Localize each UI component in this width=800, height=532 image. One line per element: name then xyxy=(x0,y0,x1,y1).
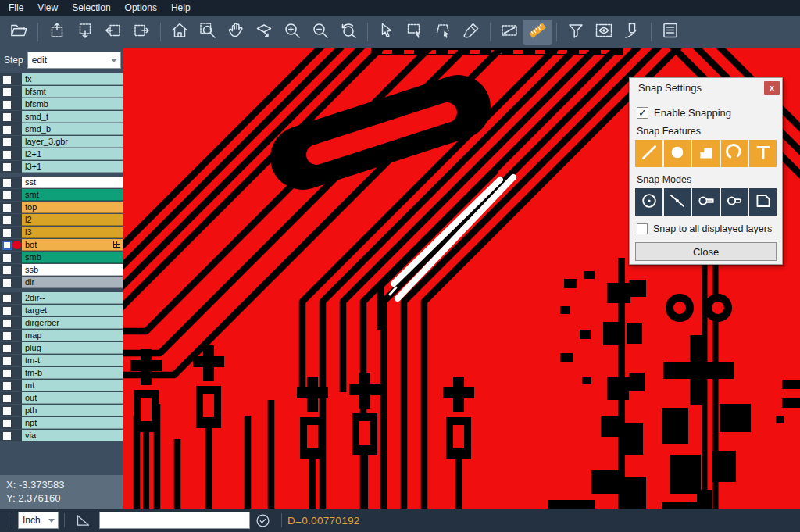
layer-visibility-checkbox[interactable] xyxy=(2,112,12,122)
layer-visibility-checkbox[interactable] xyxy=(2,406,12,416)
pan-down-button[interactable] xyxy=(71,20,99,45)
pan-left-button[interactable] xyxy=(99,20,127,45)
layer-name-bar[interactable]: layer_3.gbr xyxy=(22,136,123,148)
snap-feature-text-button[interactable] xyxy=(749,140,777,167)
layer-name-bar[interactable]: smt xyxy=(22,189,123,201)
layer-visibility-checkbox[interactable] xyxy=(2,419,12,428)
open-file-button[interactable] xyxy=(5,20,33,45)
apply-check-icon[interactable] xyxy=(255,512,271,529)
menu-view[interactable]: View xyxy=(30,1,65,15)
pan-right-button[interactable] xyxy=(127,20,155,45)
close-button[interactable]: Close xyxy=(635,242,777,261)
measure-ruler-button[interactable] xyxy=(523,20,552,45)
layer-name-bar[interactable]: sst xyxy=(22,177,123,188)
layer-name-bar[interactable]: bot xyxy=(22,239,123,251)
snap-feature-arc-button[interactable] xyxy=(721,140,748,167)
layer-visibility-checkbox[interactable] xyxy=(2,125,12,134)
menu-help[interactable]: Help xyxy=(164,1,198,15)
layer-visibility-checkbox[interactable] xyxy=(2,331,12,341)
angle-measure-icon[interactable] xyxy=(75,512,91,529)
layer-name-bar[interactable]: pth xyxy=(22,405,123,416)
menu-file[interactable]: File xyxy=(2,1,30,15)
menu-options[interactable]: Options xyxy=(118,1,164,15)
highlight-brush-button[interactable] xyxy=(457,20,485,45)
layer-name-bar[interactable]: tm-b xyxy=(22,367,123,379)
layer-name-bar[interactable]: tm-t xyxy=(22,355,123,366)
enable-snapping-checkbox[interactable]: ✓ xyxy=(637,107,648,119)
layer-name-bar[interactable]: l2+1 xyxy=(22,148,123,160)
layer-visibility-checkbox[interactable] xyxy=(2,369,12,378)
snap-all-layers-checkbox[interactable] xyxy=(637,223,648,234)
layer-name-bar[interactable]: l3+1 xyxy=(22,161,123,173)
zoom-previous-button[interactable] xyxy=(334,20,362,45)
layer-name-bar[interactable]: plug xyxy=(22,342,123,354)
snap-magnet-button[interactable] xyxy=(618,20,646,45)
layer-visibility-checkbox[interactable] xyxy=(2,162,12,172)
layer-visibility-checkbox[interactable] xyxy=(2,356,12,366)
layer-name-bar[interactable]: ssb xyxy=(22,264,123,276)
pan-drag-button[interactable] xyxy=(250,20,278,45)
layer-visibility-checkbox[interactable] xyxy=(2,241,12,250)
layer-visibility-checkbox[interactable] xyxy=(2,394,12,403)
layer-name-bar[interactable]: dirgerber xyxy=(22,317,123,329)
layer-name-bar[interactable]: l2 xyxy=(22,214,123,226)
layer-visibility-checkbox[interactable] xyxy=(2,253,12,262)
pan-up-button[interactable] xyxy=(43,20,71,45)
layer-name-bar[interactable]: bfsmt xyxy=(22,86,123,98)
layer-visibility-checkbox[interactable] xyxy=(2,266,12,275)
units-select[interactable]: Inch xyxy=(18,512,59,529)
view-options-button[interactable] xyxy=(590,20,618,45)
select-rect-button[interactable] xyxy=(401,20,429,45)
layer-name-bar[interactable]: dir xyxy=(22,277,123,288)
layer-name-bar[interactable]: smb xyxy=(22,252,123,263)
pan-hand-button[interactable] xyxy=(222,20,250,45)
layer-visibility-checkbox[interactable] xyxy=(2,344,12,353)
snap-mode-center-button[interactable] xyxy=(635,188,662,216)
select-poly-button[interactable] xyxy=(429,20,457,45)
layer-name-bar[interactable]: top xyxy=(22,202,123,213)
snap-mode-midpoint-button[interactable] xyxy=(664,188,691,216)
layer-visibility-checkbox[interactable] xyxy=(2,203,12,212)
layer-visibility-checkbox[interactable] xyxy=(2,137,12,147)
layer-visibility-checkbox[interactable] xyxy=(2,150,12,159)
snap-mode-contour-button[interactable] xyxy=(749,188,777,216)
zoom-in-button[interactable] xyxy=(278,20,306,45)
layer-visibility-checkbox[interactable] xyxy=(2,381,12,391)
select-cursor-button[interactable] xyxy=(373,20,401,45)
layer-visibility-checkbox[interactable] xyxy=(2,319,12,328)
measure-line-button[interactable] xyxy=(495,20,523,45)
snap-mode-pad-outline-button[interactable] xyxy=(721,188,748,216)
zoom-window-button[interactable] xyxy=(194,20,222,45)
snap-feature-circle-button[interactable] xyxy=(664,140,691,167)
command-input[interactable] xyxy=(99,512,250,529)
layer-visibility-checkbox[interactable] xyxy=(2,216,12,225)
menu-selection[interactable]: Selection xyxy=(65,1,117,15)
layer-name-bar[interactable]: via xyxy=(22,430,123,441)
filter-button[interactable] xyxy=(562,20,590,45)
snap-feature-surface-button[interactable] xyxy=(692,140,720,167)
layer-name-bar[interactable]: target xyxy=(22,305,123,316)
zoom-out-button[interactable] xyxy=(306,20,334,45)
layer-name-bar[interactable]: fx xyxy=(22,73,123,85)
layer-name-bar[interactable]: smd_b xyxy=(22,123,123,135)
layer-name-bar[interactable]: map xyxy=(22,330,123,341)
layer-visibility-checkbox[interactable] xyxy=(2,178,12,187)
report-form-button[interactable] xyxy=(656,20,684,45)
layer-name-bar[interactable]: 2dir-- xyxy=(22,292,123,304)
dialog-title-bar[interactable]: Snap Settings x xyxy=(630,78,782,98)
layer-visibility-checkbox[interactable] xyxy=(2,191,12,200)
layer-visibility-checkbox[interactable] xyxy=(2,87,12,97)
step-select[interactable]: edit xyxy=(27,52,121,69)
layer-visibility-checkbox[interactable] xyxy=(2,75,12,84)
layer-visibility-checkbox[interactable] xyxy=(2,431,12,441)
layer-name-bar[interactable]: bfsmb xyxy=(22,98,123,110)
layer-name-bar[interactable]: l3 xyxy=(22,227,123,238)
layer-name-bar[interactable]: npt xyxy=(22,417,123,429)
layer-name-bar[interactable]: mt xyxy=(22,380,123,391)
layer-name-bar[interactable]: smd_t xyxy=(22,111,123,123)
snap-mode-pad-button[interactable] xyxy=(692,188,720,216)
home-view-button[interactable] xyxy=(166,20,194,45)
close-icon[interactable]: x xyxy=(764,81,780,95)
layer-visibility-checkbox[interactable] xyxy=(2,100,12,109)
layer-visibility-checkbox[interactable] xyxy=(2,306,12,316)
